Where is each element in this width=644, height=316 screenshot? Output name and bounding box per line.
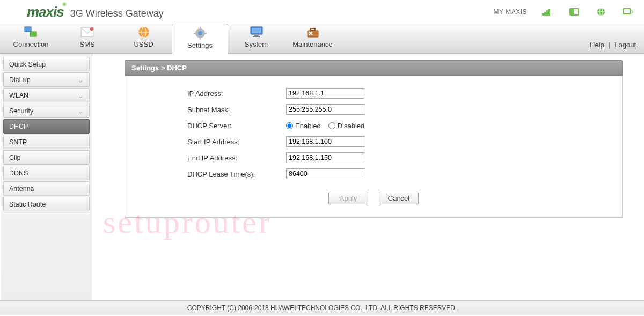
chevron-down-icon: ⌄ — [77, 92, 84, 99]
dhcp-disabled-option[interactable]: Disabled — [328, 122, 365, 130]
end-ip-label: End IP Address: — [136, 154, 286, 162]
sidebar-item-label: DHCP — [9, 123, 28, 130]
svg-rect-27 — [308, 31, 318, 37]
nav-sms[interactable]: SMS — [59, 23, 115, 53]
header-bar: maxis 3G Wireless Gateway MY MAXIS — [0, 0, 644, 24]
svg-rect-28 — [311, 28, 315, 31]
cancel-button[interactable]: Cancel — [379, 192, 419, 204]
logo: maxis 3G Wireless Gateway — [27, 4, 164, 20]
svg-rect-20 — [200, 38, 201, 40]
sidebar-item-label: Security — [9, 107, 33, 115]
ip-address-input[interactable] — [286, 88, 364, 99]
sidebar-item-sntp[interactable]: SNTP — [3, 135, 90, 149]
sidebar: Quick Setup Dial-up⌄ WLAN⌄ Security⌄ DHC… — [1, 54, 92, 300]
nav-label: SMS — [79, 40, 94, 48]
logout-link[interactable]: Logout — [614, 41, 636, 49]
nav-connection[interactable]: Connection — [3, 23, 59, 53]
sidebar-item-static-route[interactable]: Static Route — [3, 197, 90, 211]
end-ip-input[interactable] — [286, 152, 364, 163]
sms-icon — [80, 25, 95, 39]
sidebar-item-quick-setup[interactable]: Quick Setup — [3, 57, 90, 71]
svg-rect-9 — [623, 9, 631, 14]
sidebar-item-label: Dial-up — [9, 76, 31, 84]
breadcrumb: Settings > DHCP — [125, 60, 623, 76]
nav-label: USSD — [134, 40, 153, 48]
nav-label: Settings — [187, 41, 213, 49]
svg-rect-0 — [542, 13, 544, 16]
start-ip-input[interactable] — [286, 136, 364, 147]
sidebar-item-wlan[interactable]: WLAN⌄ — [3, 88, 90, 102]
ussd-icon — [136, 25, 151, 39]
settings-panel: IP Address: Subnet Mask: DHCP Server: En… — [125, 76, 623, 218]
status-icons — [542, 8, 633, 16]
nav-system[interactable]: System — [228, 23, 284, 53]
sidebar-item-clip[interactable]: Clip — [3, 150, 90, 165]
start-ip-label: Start IP Address: — [136, 138, 286, 146]
subnet-mask-label: Subnet Mask: — [136, 106, 286, 114]
top-nav: Connection SMS USSD Settings System — [0, 24, 644, 54]
svg-rect-21 — [194, 33, 196, 34]
nav-links: Help | Logout — [590, 41, 636, 53]
settings-icon — [193, 26, 208, 40]
footer: COPYRIGHT (C) 2006-2013 HUAWEI TECHNOLOG… — [0, 300, 644, 315]
connection-icon — [24, 25, 39, 39]
page-title: 3G Wireless Gateway — [70, 8, 164, 19]
svg-rect-3 — [548, 9, 550, 16]
nav-label: Maintenance — [292, 40, 332, 48]
apply-button[interactable]: Apply — [328, 192, 368, 204]
dhcp-enabled-option[interactable]: Enabled — [286, 122, 321, 130]
lease-time-label: DHCP Lease Time(s): — [136, 170, 286, 178]
svg-rect-11 — [30, 32, 36, 36]
chevron-down-icon: ⌄ — [77, 107, 84, 115]
sidebar-item-label: Quick Setup — [9, 61, 46, 68]
content-area: Settings > DHCP IP Address: Subnet Mask:… — [92, 54, 644, 300]
sidebar-item-label: Antenna — [9, 185, 34, 193]
sidebar-item-label: SNTP — [9, 138, 27, 146]
maintenance-icon — [305, 25, 320, 39]
screen-icon — [623, 8, 633, 16]
brand-logo: maxis — [27, 4, 64, 20]
nav-settings[interactable]: Settings — [172, 24, 228, 54]
dhcp-server-label: DHCP Server: — [136, 122, 286, 130]
sidebar-item-security[interactable]: Security⌄ — [3, 104, 90, 118]
sim-icon — [569, 8, 580, 16]
sidebar-item-dhcp[interactable]: DHCP — [3, 119, 90, 134]
svg-rect-22 — [204, 33, 207, 34]
dhcp-enabled-radio[interactable] — [286, 122, 293, 129]
chevron-down-icon: ⌄ — [77, 76, 84, 84]
system-icon — [249, 25, 264, 39]
svg-rect-2 — [546, 10, 548, 16]
svg-rect-10 — [25, 27, 31, 32]
svg-rect-25 — [254, 35, 259, 36]
svg-rect-5 — [570, 9, 574, 15]
my-maxis-link[interactable]: MY MAXIS — [494, 8, 527, 16]
svg-rect-19 — [200, 27, 201, 29]
dhcp-disabled-radio[interactable] — [328, 122, 335, 129]
sidebar-item-label: Clip — [9, 154, 21, 161]
lease-time-input[interactable] — [286, 168, 364, 179]
nav-ussd[interactable]: USSD — [115, 23, 172, 53]
radio-label: Enabled — [295, 122, 321, 130]
sidebar-item-antenna[interactable]: Antenna — [3, 181, 90, 196]
svg-rect-1 — [544, 12, 546, 16]
svg-point-18 — [198, 31, 202, 35]
radio-label: Disabled — [338, 122, 365, 130]
subnet-mask-input[interactable] — [286, 104, 364, 115]
svg-rect-26 — [253, 36, 260, 37]
globe-icon — [596, 8, 606, 16]
nav-label: System — [245, 40, 268, 48]
sidebar-item-label: WLAN — [9, 92, 28, 99]
separator: | — [609, 41, 610, 49]
help-link[interactable]: Help — [590, 41, 604, 49]
signal-icon — [542, 8, 553, 16]
svg-rect-24 — [252, 28, 261, 33]
nav-maintenance[interactable]: Maintenance — [284, 23, 341, 53]
nav-label: Connection — [13, 40, 49, 48]
sidebar-item-label: DDNS — [9, 170, 28, 177]
ip-address-label: IP Address: — [136, 90, 286, 98]
sidebar-item-label: Static Route — [9, 201, 46, 208]
sidebar-item-ddns[interactable]: DDNS — [3, 166, 90, 180]
sidebar-item-dial-up[interactable]: Dial-up⌄ — [3, 72, 90, 87]
svg-point-13 — [90, 27, 93, 31]
